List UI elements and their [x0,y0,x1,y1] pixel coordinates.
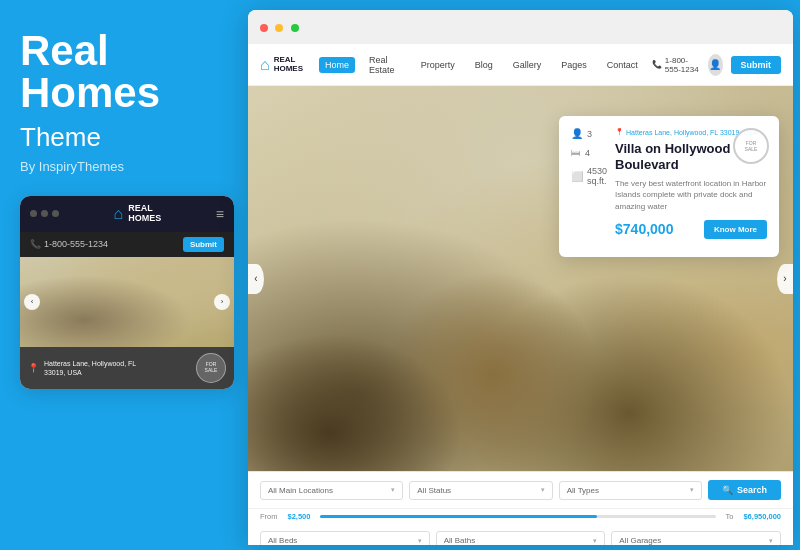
mobile-logo-icon: ⌂ [114,205,124,223]
search-icon: 🔍 [722,485,733,495]
nav-item-blog[interactable]: Blog [469,57,499,73]
nav-avatar[interactable]: 👤 [708,54,723,76]
beds-icon: 👤 [571,128,583,139]
mobile-mockup: ⌂ REALHOMES ≡ 📞 1-800-555-1234 Submit ‹ … [20,196,234,389]
status-dropdown[interactable]: All Status ▾ [409,481,552,500]
locations-dropdown[interactable]: All Main Locations ▾ [260,481,403,500]
price-range-bar[interactable] [320,515,715,518]
mobile-submit-button[interactable]: Submit [183,237,224,252]
price-to-label: To [726,512,734,521]
nav-item-contact[interactable]: Contact [601,57,644,73]
nav-logo-text: REALHOMES [274,56,303,74]
mobile-logo-area: ⌂ REALHOMES [114,204,162,224]
nav-logo[interactable]: ⌂ REALHOMES [260,56,303,74]
baths-icon: 🛏 [571,147,581,158]
nav-item-pages[interactable]: Pages [555,57,593,73]
search-bar: All Main Locations ▾ All Status ▾ All Ty… [248,471,793,508]
mobile-image-bg [20,257,234,347]
types-dropdown[interactable]: All Types ▾ [559,481,702,500]
property-footer: $740,000 Know More [615,220,767,239]
stat-beds: 👤 3 [571,128,607,139]
mobile-dot-3 [52,210,59,217]
area-value: 4530sq.ft. [587,166,607,186]
title-line2: Homes [20,69,160,116]
mobile-hamburger-icon[interactable]: ≡ [216,206,224,222]
sale-badge: FORSALE [733,128,769,164]
mobile-top-bar: ⌂ REALHOMES ≡ [20,196,234,232]
mobile-hero-image: ‹ › [20,257,234,347]
chevron-down-icon: ▾ [593,537,597,545]
nav-item-property[interactable]: Property [415,57,461,73]
property-price: $740,000 [615,221,673,237]
area-icon: ⬜ [571,171,583,182]
chevron-down-icon: ▾ [690,486,694,494]
nav-phone-icon: 📞 [652,60,662,69]
theme-title: Real Homes [20,30,228,114]
right-panel: ⌂ REALHOMES Home Real Estate Property Bl… [248,10,793,545]
price-range-label: From [260,512,278,521]
mobile-dot-1 [30,210,37,217]
theme-subtitle: Theme [20,122,228,153]
mobile-prev-arrow[interactable]: ‹ [24,294,40,310]
nav-item-home[interactable]: Home [319,57,355,73]
chevron-down-icon: ▾ [541,486,545,494]
mobile-address: Hatteras Lane, Hollywood, FL33019, USA [44,359,191,377]
price-range-row: From $2,500 To $6,950,000 [248,508,793,527]
property-card: 👤 3 🛏 4 ⬜ 4530sq.ft. 📍 Hatter [559,116,779,257]
chevron-down-icon: ▾ [769,537,773,545]
know-more-button[interactable]: Know More [704,220,767,239]
mobile-logo-text: REALHOMES [128,204,161,224]
location-pin-icon: 📍 [28,363,39,373]
baths-value: 4 [585,148,590,158]
title-line1: Real [20,27,109,74]
nav-item-gallery[interactable]: Gallery [507,57,548,73]
price-range-fill [320,515,597,518]
nav-logo-icon: ⌂ [260,56,270,74]
baths-dropdown[interactable]: All Baths ▾ [436,531,606,545]
property-stats: 👤 3 🛏 4 ⬜ 4530sq.ft. [571,128,607,186]
mobile-address-bar: 📍 Hatteras Lane, Hollywood, FL33019, USA… [20,347,234,389]
mobile-sale-badge: FORSALE [196,353,226,383]
hero-section: ‹ › 👤 3 🛏 4 ⬜ 4530sq.ft. [248,86,793,471]
stat-area: ⬜ 4530sq.ft. [571,166,607,186]
nav-item-real-estate[interactable]: Real Estate [363,52,407,78]
browser-dots [260,18,302,36]
search-bar-row2: All Beds ▾ All Baths ▾ All Garages ▾ [248,527,793,545]
hero-prev-arrow[interactable]: ‹ [248,264,264,294]
mobile-next-arrow[interactable]: › [214,294,230,310]
phone-icon: 📞 [30,239,41,249]
price-from: $2,500 [288,512,311,521]
left-panel: Real Homes Theme By InspiryThemes ⌂ REAL… [0,0,248,550]
mobile-contact-bar: 📞 1-800-555-1234 Submit [20,232,234,257]
property-description: The very best waterfront location in Har… [615,178,767,212]
mobile-dots [30,210,59,217]
beds-value: 3 [587,129,592,139]
hero-next-arrow[interactable]: › [777,264,793,294]
chevron-down-icon: ▾ [391,486,395,494]
browser-chrome [248,10,793,44]
nav-phone: 📞 1-800-555-1234 [652,56,700,74]
stat-baths: 🛏 4 [571,147,607,158]
browser-dot-red [260,24,268,32]
search-button[interactable]: 🔍 Search [708,480,781,500]
browser-dot-yellow [275,24,283,32]
garages-dropdown[interactable]: All Garages ▾ [611,531,781,545]
by-line: By InspiryThemes [20,159,228,174]
price-to: $6,950,000 [743,512,781,521]
browser-dot-green [291,24,299,32]
mobile-phone: 📞 1-800-555-1234 [30,239,108,249]
nav-submit-button[interactable]: Submit [731,56,782,74]
mobile-dot-2 [41,210,48,217]
desktop-nav: ⌂ REALHOMES Home Real Estate Property Bl… [248,44,793,86]
beds-dropdown[interactable]: All Beds ▾ [260,531,430,545]
chevron-down-icon: ▾ [418,537,422,545]
address-pin-icon: 📍 [615,128,624,136]
